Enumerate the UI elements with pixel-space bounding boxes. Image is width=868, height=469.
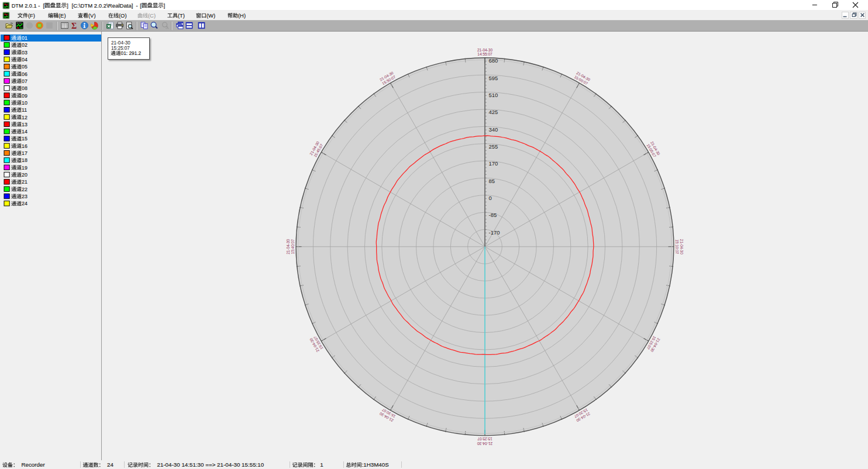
svg-text:]: ]: [164, 3, 166, 9]
svg-text:]: ]: [67, 3, 68, 9]
svg-text:01: 291.2: 01: 291.2: [121, 50, 142, 56]
svg-text:(E): (E): [58, 12, 66, 19]
svg-text:(C): (C): [148, 12, 156, 19]
svg-text:24: 24: [22, 201, 27, 206]
svg-text:02: 02: [22, 42, 27, 48]
svg-text:DTM 2.0.1 -: DTM 2.0.1 -: [12, 3, 42, 9]
svg-text:(V): (V): [88, 12, 96, 19]
svg-text:(T): (T): [178, 12, 185, 19]
svg-text:01: 01: [22, 35, 27, 41]
svg-text:08: 08: [22, 85, 27, 91]
svg-text:(W): (W): [206, 12, 215, 19]
svg-text:16: 16: [22, 143, 27, 149]
svg-text:24: 24: [104, 461, 114, 468]
svg-text:12: 12: [22, 115, 27, 120]
svg-text:05: 05: [22, 64, 27, 70]
svg-text:23: 23: [22, 194, 27, 199]
svg-text:1: 1: [319, 461, 323, 468]
svg-text:(F): (F): [28, 12, 35, 19]
svg-text:[C:\DTM 2.0.2\RealData]: [C:\DTM 2.0.2\RealData]: [72, 2, 133, 9]
svg-text:04: 04: [22, 57, 27, 63]
svg-text:09: 09: [22, 93, 27, 99]
svg-text:13: 13: [22, 122, 27, 127]
svg-text:(H): (H): [238, 12, 246, 19]
svg-text:15: 15: [22, 136, 27, 142]
svg-text:21-04-30 14:51:30 ==> 21-04-30: 21-04-30 14:51:30 ==> 21-04-30 15:55:10: [154, 461, 264, 468]
svg-text:[: [: [43, 3, 44, 9]
svg-text:11: 11: [22, 107, 27, 113]
svg-text:17: 17: [22, 150, 27, 156]
svg-text:(O): (O): [119, 12, 127, 19]
svg-text:21: 21: [22, 179, 27, 185]
svg-text::1H3M40S: :1H3M40S: [362, 461, 390, 468]
svg-text:[: [: [140, 3, 142, 9]
svg-text:22: 22: [22, 187, 27, 192]
svg-text:19: 19: [22, 165, 27, 171]
svg-text:-: -: [136, 3, 138, 9]
svg-text:03: 03: [22, 50, 27, 56]
svg-text:Recorder: Recorder: [18, 461, 45, 468]
svg-text:10: 10: [22, 100, 27, 106]
svg-text:07: 07: [22, 78, 27, 84]
svg-text:20: 20: [22, 172, 27, 178]
svg-text:14: 14: [22, 129, 27, 135]
svg-text:18: 18: [22, 157, 27, 163]
svg-text:06: 06: [22, 71, 27, 77]
